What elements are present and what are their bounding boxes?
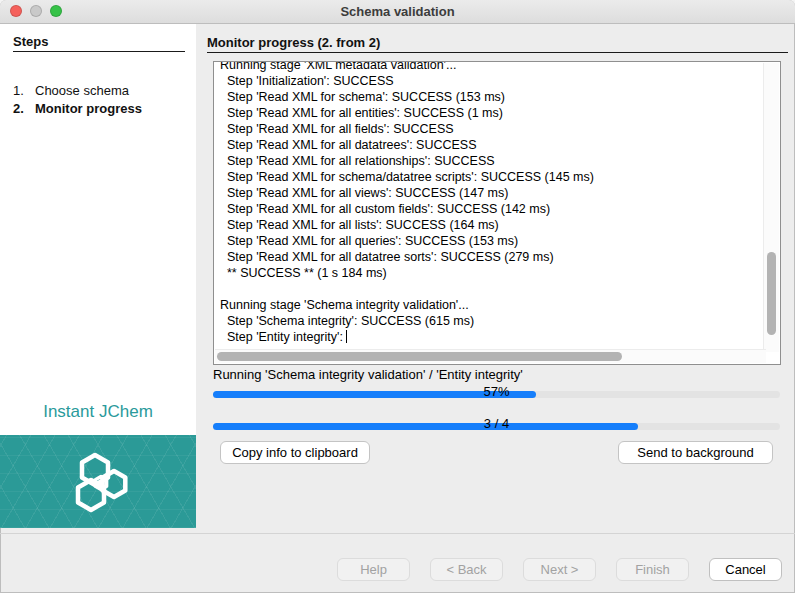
page-title-rule bbox=[207, 52, 788, 53]
horizontal-scrollbar-thumb[interactable] bbox=[217, 352, 622, 361]
page-title: Monitor progress (2. from 2) bbox=[207, 35, 380, 50]
send-to-background-button[interactable]: Send to background bbox=[618, 441, 773, 464]
steps-sidebar: Steps 1. Choose schema 2. Monitor progre… bbox=[0, 24, 196, 435]
vertical-scrollbar-thumb[interactable] bbox=[767, 252, 776, 335]
vertical-scrollbar[interactable] bbox=[763, 63, 779, 352]
step-number: 1. bbox=[13, 83, 35, 98]
help-button[interactable]: Help bbox=[337, 558, 410, 581]
step-number: 2. bbox=[13, 101, 35, 116]
brand-panel bbox=[0, 435, 196, 528]
log-text: Running stage 'XML metadata validation'.… bbox=[220, 61, 760, 345]
step-label: Monitor progress bbox=[35, 101, 142, 116]
steps-progress-label: 3 / 4 bbox=[213, 416, 780, 431]
step-item-choose-schema: 1. Choose schema bbox=[13, 83, 129, 98]
steps-heading-rule bbox=[13, 51, 185, 52]
steps-heading: Steps bbox=[13, 34, 48, 49]
hexagons-logo-icon bbox=[58, 447, 138, 517]
horizontal-scrollbar[interactable] bbox=[215, 349, 766, 363]
title-bar[interactable]: Schema validation bbox=[0, 0, 795, 24]
validation-log-textarea[interactable]: Running stage 'XML metadata validation'.… bbox=[213, 61, 781, 365]
progress-status-text: Running 'Schema integrity validation' / … bbox=[213, 367, 523, 382]
schema-validation-dialog: Schema validation Steps 1. Choose schema… bbox=[0, 0, 795, 593]
step-label: Choose schema bbox=[35, 83, 129, 98]
instant-jchem-wordmark: Instant JChem bbox=[0, 402, 196, 422]
copy-info-button[interactable]: Copy info to clipboard bbox=[220, 441, 370, 464]
cancel-button[interactable]: Cancel bbox=[709, 558, 782, 581]
step-item-monitor-progress: 2. Monitor progress bbox=[13, 101, 142, 116]
next-button[interactable]: Next > bbox=[523, 558, 596, 581]
window-title: Schema validation bbox=[0, 4, 795, 19]
back-button[interactable]: < Back bbox=[430, 558, 503, 581]
footer-divider bbox=[0, 533, 795, 534]
finish-button[interactable]: Finish bbox=[616, 558, 689, 581]
text-caret bbox=[346, 330, 347, 343]
overall-progress-label: 57% bbox=[213, 384, 780, 399]
